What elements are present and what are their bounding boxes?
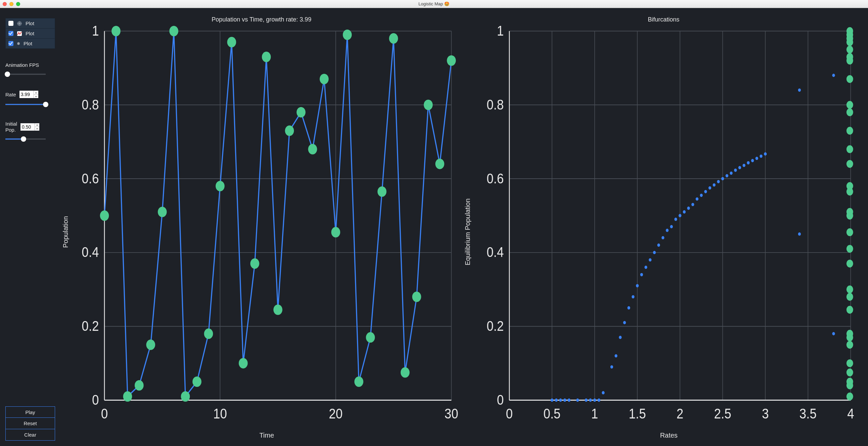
svg-point-95 xyxy=(563,399,566,402)
rate-spinbox[interactable]: ▲ ▼ xyxy=(20,91,38,98)
svg-text:0.2: 0.2 xyxy=(487,318,504,334)
svg-point-58 xyxy=(435,159,444,169)
radial-icon xyxy=(17,21,22,26)
svg-text:30: 30 xyxy=(444,405,458,421)
plot-toggle-timeseries[interactable]: Plot xyxy=(5,29,55,39)
svg-text:1: 1 xyxy=(92,25,99,39)
svg-point-99 xyxy=(589,399,592,402)
svg-point-40 xyxy=(227,37,236,47)
svg-point-146 xyxy=(846,378,853,386)
svg-point-108 xyxy=(631,295,634,298)
timeseries-canvas: 00.20.40.60.810102030 xyxy=(71,25,463,429)
bifurcation-title: Bifurcations xyxy=(463,16,865,23)
svg-point-35 xyxy=(169,26,178,36)
svg-point-98 xyxy=(585,399,588,402)
svg-text:0: 0 xyxy=(506,405,513,421)
svg-point-122 xyxy=(691,203,694,206)
svg-point-34 xyxy=(158,206,167,217)
toggle-label: Plot xyxy=(26,31,34,36)
svg-point-97 xyxy=(576,399,579,402)
window-close-button[interactable] xyxy=(3,2,7,6)
svg-point-100 xyxy=(593,399,596,402)
svg-point-29 xyxy=(100,210,109,221)
svg-point-147 xyxy=(846,369,853,376)
svg-point-111 xyxy=(645,266,647,269)
initial-pop-control: Initial Pop. ▲ ▼ xyxy=(5,121,55,142)
svg-point-39 xyxy=(216,181,225,191)
svg-point-144 xyxy=(846,392,853,400)
svg-point-45 xyxy=(285,126,294,136)
control-sidebar: Plot Plot ❄ Plot Animation FPS xyxy=(0,8,60,446)
action-buttons: Play Reset Clear xyxy=(5,406,55,441)
stepper-down-icon[interactable]: ▼ xyxy=(34,95,38,98)
svg-point-136 xyxy=(751,159,754,162)
svg-text:2.5: 2.5 xyxy=(714,405,731,421)
svg-point-120 xyxy=(683,210,686,214)
svg-text:0: 0 xyxy=(92,391,99,407)
reset-button[interactable]: Reset xyxy=(5,418,55,429)
rate-input[interactable] xyxy=(20,91,34,98)
svg-text:20: 20 xyxy=(329,405,343,421)
play-button[interactable]: Play xyxy=(5,406,55,418)
window-fullscreen-button[interactable] xyxy=(16,2,20,6)
window-title: Logistic Map 🤩 xyxy=(0,1,868,6)
svg-text:0.8: 0.8 xyxy=(82,96,99,112)
rate-label: Rate xyxy=(5,92,16,97)
window-minimize-button[interactable] xyxy=(9,2,13,6)
initial-pop-spinbox[interactable]: ▲ ▼ xyxy=(21,123,39,131)
stepper-down-icon[interactable]: ▼ xyxy=(35,127,39,131)
svg-point-139 xyxy=(764,153,767,156)
checkbox-icon xyxy=(8,21,13,26)
svg-point-141 xyxy=(798,88,801,92)
svg-point-154 xyxy=(846,285,853,293)
timeseries-plot: Population vs Time, growth rate: 3.99 Po… xyxy=(60,11,463,439)
window-titlebar: Logistic Map 🤩 xyxy=(0,0,868,8)
svg-point-117 xyxy=(670,225,673,228)
bifurcation-xlabel: Rates xyxy=(473,432,865,439)
svg-point-126 xyxy=(708,186,711,190)
svg-text:3: 3 xyxy=(762,405,769,421)
plot-toggle-cobweb[interactable]: Plot xyxy=(5,18,55,29)
svg-point-103 xyxy=(610,365,613,369)
svg-point-47 xyxy=(308,144,317,155)
svg-point-167 xyxy=(846,75,853,83)
stepper-up-icon[interactable]: ▲ xyxy=(35,123,39,127)
stepper-up-icon[interactable]: ▲ xyxy=(34,91,38,95)
svg-text:0: 0 xyxy=(101,405,108,421)
svg-point-94 xyxy=(559,399,562,402)
svg-text:0.4: 0.4 xyxy=(487,244,504,260)
svg-point-140 xyxy=(798,232,801,236)
svg-text:0.2: 0.2 xyxy=(82,318,99,334)
svg-point-174 xyxy=(846,27,853,35)
svg-point-116 xyxy=(666,229,669,232)
svg-point-33 xyxy=(146,340,155,350)
timeseries-xlabel: Time xyxy=(71,432,463,439)
svg-point-49 xyxy=(331,227,340,237)
initial-pop-slider[interactable] xyxy=(5,136,46,142)
svg-point-109 xyxy=(636,284,639,287)
svg-text:1: 1 xyxy=(497,25,503,39)
timeseries-title: Population vs Time, growth rate: 3.99 xyxy=(60,16,463,23)
svg-point-48 xyxy=(320,74,329,84)
rate-slider[interactable] xyxy=(5,101,46,107)
svg-point-130 xyxy=(725,174,728,177)
svg-point-44 xyxy=(273,305,282,315)
svg-point-133 xyxy=(738,166,741,169)
clear-button[interactable]: Clear xyxy=(5,429,55,441)
svg-point-162 xyxy=(846,160,853,167)
svg-point-132 xyxy=(734,168,737,172)
svg-point-37 xyxy=(192,377,202,387)
svg-point-142 xyxy=(832,332,835,336)
svg-point-93 xyxy=(555,399,558,402)
plot-toggle-bifurcation[interactable]: ❄ Plot xyxy=(5,39,55,49)
bifurcation-plot: Bifurcations Equilibrium Population 00.2… xyxy=(463,11,865,439)
svg-point-123 xyxy=(696,197,699,201)
svg-point-131 xyxy=(730,171,733,175)
initial-pop-input[interactable] xyxy=(21,123,35,131)
svg-point-153 xyxy=(846,293,853,300)
fps-slider[interactable] xyxy=(5,71,46,77)
svg-text:4: 4 xyxy=(847,405,854,421)
svg-point-107 xyxy=(627,306,630,310)
svg-point-143 xyxy=(832,73,835,77)
svg-point-138 xyxy=(760,155,762,158)
